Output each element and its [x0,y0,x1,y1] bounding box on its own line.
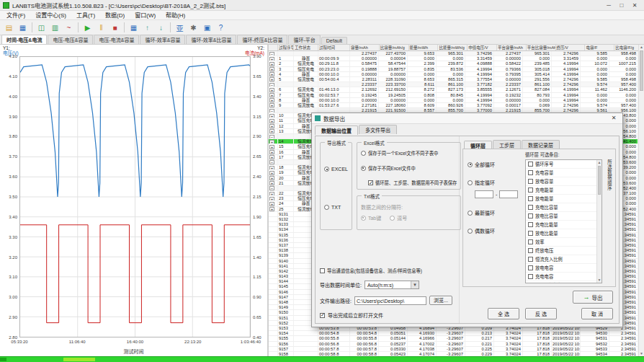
list-item[interactable]: 放电电容 [526,264,601,273]
column-header[interactable]: 平台比容量/mAh/g [527,45,556,50]
maximize-button[interactable]: □ [615,1,628,10]
menu-item[interactable]: 窗口(W) [130,11,161,20]
cycle-range-start-input[interactable] [475,190,493,198]
format-txt-radio[interactable]: TXT [324,205,348,210]
row-expander[interactable]: + [269,207,274,211]
row-expander[interactable]: − [269,83,274,87]
realtime-curve-icon[interactable]: ~ [63,22,75,34]
list-item[interactable]: 恒流充入比例 [526,255,601,264]
row-expander[interactable]: + [269,150,274,154]
save-icon[interactable]: ▦ [17,22,29,34]
row-expander[interactable]: + [269,129,274,133]
excel-same-file-radio[interactable]: 保存于同一个Excel文件不同子表中 [361,150,457,156]
menu-item[interactable]: 数据(D) [100,11,130,20]
list-item[interactable]: 循环序号 [526,160,601,169]
settings-icon[interactable]: ✱ [187,22,200,34]
view-tab[interactable]: 循环-效率&容量 [140,35,185,44]
table-row[interactable]: +7恒压充电00:02:53.70.1924519.245050.80880.8… [269,93,638,98]
table-row[interactable]: +9恒流放电01:53:27.62.27181227.180608.609860… [269,103,638,108]
column-header[interactable] [269,45,278,50]
output-path-input[interactable]: C:\Users\pc\Desktop\ [354,296,426,305]
row-expander[interactable]: + [269,145,274,149]
open-file-icon[interactable]: ▤ [3,22,15,34]
table-row[interactable]: −2.23337223.337008.611861.1003.771822.23… [269,82,638,87]
row-expander[interactable]: + [269,114,274,118]
view-tab[interactable]: Default [321,37,347,44]
column-header[interactable]: 工作状态 [294,45,318,50]
row-expander[interactable]: + [269,119,274,123]
table-row[interactable]: 915700:00:57.800:00:57.80.053304.17038-3… [269,347,638,352]
title-bar[interactable]: LANBTS电池测试系统1.10.508.B23 - [C:\Users\pc\… [0,0,644,11]
table-row[interactable]: +8静置00:00:10.00.000000.000000.0000.0004.… [269,98,638,103]
dialog-title-bar[interactable]: 数据导出 ✕ [312,113,622,124]
view-tab[interactable]: 循环-效率&比容量 [186,35,236,44]
select-all-button[interactable]: 全 选 [488,308,519,319]
column-header[interactable]: 电容/F [585,45,614,50]
scrollbar-thumb[interactable] [598,166,601,195]
row-expander[interactable]: + [269,72,274,76]
list-item[interactable]: 充电比容量 [526,203,601,212]
row-expander[interactable]: + [269,181,274,185]
column-header[interactable]: 中值电压/V [468,45,497,50]
excel-subsheet-checkbox[interactable]: 循环层、工步层、数据层用不同子表保存 [368,180,457,186]
import-data-icon[interactable]: ↓ [155,22,167,34]
cycle-option-radio[interactable]: 指定循环 [468,179,521,186]
row-expander[interactable]: + [269,192,274,196]
row-expander[interactable]: + [269,93,274,97]
column-header[interactable]: 平台容量/mAh [497,45,527,50]
close-button[interactable]: ✕ [628,1,641,10]
list-item[interactable]: 放电容量 [526,177,601,186]
row-expander[interactable]: + [269,77,274,81]
scroll-down-icon[interactable]: ▼ [639,351,644,356]
window-cascade-icon[interactable]: ▣ [201,22,213,34]
column-header[interactable]: 比容量/mAh/g [380,45,409,50]
row-expander[interactable]: − [269,52,274,56]
row-expander[interactable]: + [269,103,274,107]
row-expander[interactable]: + [269,67,274,71]
cancel-button[interactable]: 取 消 [581,308,613,319]
row-expander[interactable]: + [269,166,274,170]
row-expander[interactable]: + [269,140,274,144]
cycle-range-end-input[interactable] [499,190,518,198]
list-item[interactable]: 充电容量 [526,169,601,177]
view-tab[interactable]: 时间-电压&电流 [1,35,47,44]
list-item[interactable]: 放电比能量 [526,229,601,238]
view-tab[interactable]: 循环-终压&比容量 [237,35,287,44]
list-item[interactable]: 放电比容量 [526,212,601,221]
data-view-icon[interactable]: ▦ [128,22,140,34]
scroll-down-icon[interactable]: ▼ [597,278,601,283]
list-item[interactable]: 效率 [526,238,601,247]
cycle-option-radio[interactable]: 最新循环 [468,209,521,216]
format-excel-radio[interactable]: EXCEL [324,167,348,172]
table-row[interactable]: 915600:00:56.800:00:56.80.052374.17002-3… [269,342,638,347]
table-row[interactable]: +5恒流放电00:54:00.42.28311228.310908.653865… [269,77,638,82]
list-item[interactable]: 充电电容 [526,273,601,281]
export-button[interactable]: → 导出 [573,291,613,304]
scrollbar-thumb[interactable] [640,50,643,91]
row-expander[interactable]: − [269,160,274,164]
list-item[interactable]: 充电能量 [526,186,601,195]
excel-separate-files-radio[interactable]: 保存于不同Excel文件中 [361,165,457,172]
table-row[interactable]: +2恒流充电00:29:11.80.5847558.475442.399239.… [269,61,638,66]
table-row[interactable]: +1静置00:00:09.90.000000.000040.0000.0003.… [269,56,638,61]
scroll-up-icon[interactable]: ▲ [597,160,601,165]
column-header[interactable]: 能量/mWh [409,45,439,50]
row-expander[interactable]: − [269,186,274,190]
table-row[interactable]: +6恒流充电01:46:13.02.12692212.691508.272827… [269,87,638,92]
invert-selection-button[interactable]: 反 选 [525,308,557,319]
dialog-tab[interactable]: 多文件导出 [359,125,397,134]
table-row[interactable]: 915500:00:55.800:00:55.80.051444.16966-3… [269,336,638,341]
menu-item[interactable]: 工具(T) [71,11,100,20]
list-scrollbar[interactable]: ▲ ▼ [596,160,601,283]
start-test-icon[interactable]: ▶ [81,22,94,34]
menu-item[interactable]: 文件(F) [1,11,30,20]
channel-list-icon[interactable]: ▥ [49,22,61,34]
row-expander[interactable]: + [269,88,274,92]
menu-item[interactable]: 设置中心(S) [30,11,71,20]
row-expander[interactable]: + [269,155,274,159]
list-item[interactable]: 终放电压 [526,247,601,255]
dialog-tab[interactable]: 数据输出位置 [315,125,358,135]
row-expander[interactable]: + [269,57,274,61]
cycle-option-radio[interactable]: 偶数循环 [468,227,521,234]
row-expander[interactable]: + [269,62,274,66]
